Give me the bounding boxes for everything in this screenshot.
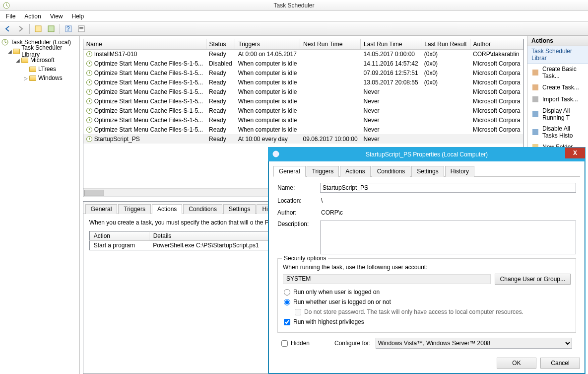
tab-general[interactable]: General: [85, 204, 118, 214]
dlg-tab-triggers[interactable]: Triggers: [307, 166, 339, 177]
dlg-tab-settings[interactable]: Settings: [411, 166, 444, 177]
col-result[interactable]: Last Run Result: [421, 39, 470, 49]
folder-icon: [29, 65, 37, 73]
forward-button[interactable]: [15, 23, 27, 34]
col-status[interactable]: Status: [206, 39, 235, 49]
col-last[interactable]: Last Run Time: [361, 39, 421, 49]
radio-label: Run whether user is logged on or not: [293, 299, 391, 305]
clock-icon: [86, 108, 92, 114]
radio-label: Run only when user is logged on: [293, 289, 380, 296]
col-triggers[interactable]: Triggers: [235, 39, 300, 49]
separator: [29, 24, 30, 34]
task-row[interactable]: Optimize Start Menu Cache Files-S-1-5...…: [83, 68, 523, 77]
clock-icon: [86, 51, 92, 57]
action-item[interactable]: Create Task...: [527, 81, 588, 93]
task-row[interactable]: InstallMS17-010ReadyAt 0:00 on 14.05.201…: [83, 49, 523, 59]
action-icon: [531, 83, 539, 91]
radio-input[interactable]: [284, 299, 290, 305]
check-no-password[interactable]: Do not store password. The task will onl…: [295, 308, 571, 315]
tab-triggers[interactable]: Triggers: [118, 204, 151, 214]
collapse-icon[interactable]: ◢: [7, 49, 12, 54]
tree-label: Task Scheduler Library: [21, 44, 78, 58]
configure-for-select[interactable]: Windows Vista™, Windows Server™ 2008: [376, 338, 572, 349]
menu-help[interactable]: Help: [68, 12, 88, 21]
check-highest-priv[interactable]: Run with highest privileges: [284, 318, 571, 325]
svg-text:?: ?: [66, 25, 70, 32]
task-row[interactable]: Optimize Start Menu Cache Files-S-1-5...…: [83, 77, 523, 87]
dlg-tab-general[interactable]: General: [273, 166, 306, 177]
task-row[interactable]: Optimize Start Menu Cache Files-S-1-5...…: [83, 96, 523, 106]
task-row[interactable]: Optimize Start Menu Cache Files-S-1-5...…: [83, 59, 523, 68]
expand-icon[interactable]: ▷: [23, 75, 29, 81]
name-field[interactable]: [320, 183, 576, 193]
action-item[interactable]: Disable All Tasks Histo: [527, 123, 588, 141]
cell-action: Start a program: [89, 241, 149, 250]
clock-icon: [86, 79, 92, 85]
col-action[interactable]: Action: [89, 231, 149, 241]
tree-pane: Task Scheduler (Local) ◢ Task Scheduler …: [0, 36, 80, 374]
menu-file[interactable]: File: [2, 12, 19, 21]
dialog-title: StartupScript_PS Properties (Local Compu…: [366, 151, 488, 158]
cancel-button[interactable]: Cancel: [540, 358, 580, 369]
task-row[interactable]: Optimize Start Menu Cache Files-S-1-5...…: [83, 106, 523, 115]
dialog-titlebar[interactable]: StartupScript_PS Properties (Local Compu…: [268, 148, 585, 161]
clock-icon: [272, 150, 279, 157]
folder-icon: [12, 47, 20, 55]
tree-windows[interactable]: ▷ Windows: [1, 74, 78, 82]
collapse-icon[interactable]: ◢: [15, 58, 21, 63]
checkbox-input[interactable]: [284, 319, 290, 325]
action-icon: [531, 128, 539, 136]
check-label: Run with highest privileges: [293, 318, 364, 325]
tab-actions[interactable]: Actions: [152, 204, 182, 214]
task-row[interactable]: StartupScript_PSReadyAt 10:00 every day0…: [83, 134, 523, 144]
clock-icon: [86, 136, 92, 142]
menubar: File Action View Help: [0, 11, 588, 22]
back-button[interactable]: [2, 23, 14, 34]
separator: [60, 24, 60, 34]
radio-logged-on[interactable]: Run only when user is logged on: [284, 289, 571, 296]
label-name: Name:: [277, 184, 320, 191]
tree-label: Microsoft: [30, 57, 55, 64]
col-next[interactable]: Next Run Time: [300, 39, 361, 49]
action-item[interactable]: Display All Running T: [527, 105, 588, 123]
action-item[interactable]: Import Task...: [527, 93, 588, 105]
action-label: Import Task...: [542, 96, 578, 103]
change-user-button[interactable]: Change User or Group...: [495, 274, 571, 285]
description-field[interactable]: [320, 221, 576, 254]
ok-button[interactable]: OK: [497, 358, 536, 369]
task-row[interactable]: Optimize Start Menu Cache Files-S-1-5...…: [83, 125, 523, 134]
dlg-tab-conditions[interactable]: Conditions: [372, 166, 411, 177]
location-value: \: [320, 197, 576, 205]
check-hidden[interactable]: Hidden: [281, 340, 310, 347]
tree-label: Windows: [38, 75, 63, 81]
window-titlebar: Task Scheduler: [0, 0, 588, 11]
properties-button[interactable]: [75, 23, 87, 34]
menu-view[interactable]: View: [46, 12, 67, 21]
task-row[interactable]: Optimize Start Menu Cache Files-S-1-5...…: [83, 87, 523, 96]
refresh-button[interactable]: ?: [63, 23, 74, 34]
tab-settings[interactable]: Settings: [223, 204, 256, 214]
clock-icon: [86, 70, 92, 76]
tool-btn-2[interactable]: [45, 23, 57, 34]
tool-btn-1[interactable]: [32, 23, 44, 34]
col-author[interactable]: Author: [470, 39, 523, 49]
close-button[interactable]: X: [565, 148, 585, 158]
tree-library[interactable]: ◢ Task Scheduler Library: [1, 47, 78, 56]
radio-logged-or-not[interactable]: Run whether user is logged on or not: [284, 299, 571, 305]
action-icon: [531, 110, 539, 118]
action-icon: [531, 69, 539, 76]
toolbar: ?: [0, 22, 588, 36]
radio-input[interactable]: [284, 289, 290, 296]
checkbox-input[interactable]: [281, 340, 288, 347]
actions-header: Actions: [527, 36, 588, 46]
task-row[interactable]: Optimize Start Menu Cache Files-S-1-5...…: [83, 115, 523, 125]
dlg-tab-actions[interactable]: Actions: [340, 166, 370, 177]
action-item[interactable]: Create Basic Task...: [527, 64, 588, 81]
col-name[interactable]: Name: [83, 39, 206, 49]
action-label: Disable All Tasks Histo: [542, 125, 584, 139]
clock-icon: [86, 98, 92, 104]
dlg-tab-history[interactable]: History: [445, 166, 474, 177]
tree-ltrees[interactable]: LTrees: [1, 65, 78, 74]
tab-conditions[interactable]: Conditions: [183, 204, 222, 214]
menu-action[interactable]: Action: [20, 12, 45, 21]
